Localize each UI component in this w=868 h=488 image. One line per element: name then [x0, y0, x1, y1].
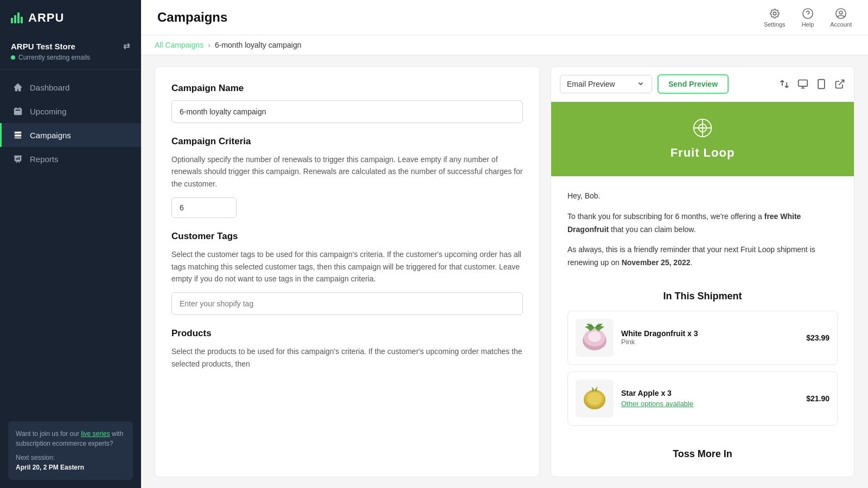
email-greeting: Hey, Bob. — [567, 190, 838, 203]
sidebar-item-upcoming-label: Upcoming — [30, 107, 67, 116]
sidebar: ARPU ARPU Test Store ⇄ Currently sending… — [0, 0, 141, 488]
session-info: Next session: April 20, 2 PM Eastern — [16, 453, 125, 472]
logo-icon — [11, 12, 23, 23]
products-label: Products — [171, 328, 523, 339]
campaign-criteria-input[interactable] — [171, 197, 237, 218]
logo-bar-2 — [14, 15, 16, 23]
campaigns-icon — [12, 130, 23, 140]
breadcrumb-separator: › — [208, 41, 210, 49]
calendar-icon — [12, 106, 23, 117]
topbar-actions: Settings Help Account — [764, 8, 852, 28]
left-panel: Campaign Name Campaign Criteria Optional… — [155, 66, 540, 477]
preview-toolbar-icons — [779, 79, 845, 89]
right-panel: Email Preview Send Preview — [551, 66, 854, 477]
logo-bar-3 — [17, 12, 20, 23]
product-card-2: Star Apple x 3 Other options available $… — [567, 371, 838, 426]
campaign-name-label: Campaign Name — [171, 83, 523, 94]
breadcrumb-current: 6-month loyalty campaign — [215, 41, 302, 49]
preview-toolbar: Email Preview Send Preview — [551, 67, 854, 102]
logo-area: ARPU — [0, 0, 141, 36]
store-status: Currently sending emails — [11, 54, 130, 61]
topbar: Campaigns Settings Help — [141, 0, 868, 35]
swap-icon[interactable] — [779, 79, 790, 89]
svg-rect-3 — [799, 80, 808, 87]
product-variant-1: Pink — [621, 338, 799, 346]
email-preview-content: Fruit Loop Hey, Bob. To thank you for su… — [551, 102, 854, 477]
shipment-section: In This Shipment — [551, 291, 854, 443]
customer-tags-label: Customer Tags — [171, 231, 523, 242]
customer-tags-desc: Select the customer tags to be used for … — [171, 248, 523, 285]
account-label: Account — [830, 21, 852, 28]
account-action[interactable]: Account — [830, 8, 852, 28]
home-icon — [12, 82, 23, 93]
mobile-icon[interactable] — [816, 79, 827, 89]
preview-select-dropdown[interactable]: Email Preview — [560, 75, 652, 93]
email-header: Fruit Loop — [551, 102, 854, 176]
product-info-1: White Dragonfruit x 3 Pink — [621, 329, 799, 346]
store-name: ARPU Test Store ⇄ — [11, 41, 130, 51]
product-price-2: $21.90 — [806, 394, 829, 403]
sidebar-promo: Want to join us for our live series with… — [8, 421, 133, 480]
campaign-name-input[interactable] — [171, 100, 523, 123]
sidebar-item-reports-label: Reports — [30, 155, 59, 164]
svg-point-15 — [588, 331, 601, 342]
product-image-1 — [576, 319, 614, 357]
external-link-icon[interactable] — [834, 79, 845, 89]
email-logo-icon — [693, 118, 712, 142]
sidebar-item-campaigns-label: Campaigns — [30, 131, 71, 140]
product-info-2: Star Apple x 3 Other options available — [621, 389, 799, 408]
shipment-title: In This Shipment — [567, 291, 838, 302]
svg-point-0 — [803, 8, 813, 18]
desktop-icon[interactable] — [797, 79, 808, 89]
send-preview-button[interactable]: Send Preview — [658, 74, 729, 94]
help-label: Help — [802, 21, 814, 28]
breadcrumb: All Campaigns › 6-month loyalty campaign — [141, 35, 868, 55]
sidebar-item-reports[interactable]: Reports — [0, 147, 141, 171]
content-area: Campaign Name Campaign Criteria Optional… — [141, 55, 868, 488]
customer-tags-input[interactable] — [171, 292, 523, 315]
product-image-2 — [576, 380, 614, 418]
email-paragraph2: As always, this is a friendly reminder t… — [567, 243, 838, 269]
main-content: Campaigns Settings Help — [141, 0, 868, 488]
sidebar-item-upcoming[interactable]: Upcoming — [0, 99, 141, 123]
breadcrumb-all-campaigns[interactable]: All Campaigns — [155, 41, 203, 49]
product-card-1: White Dragonfruit x 3 Pink $23.99 — [567, 311, 838, 365]
logo-bar-1 — [11, 18, 13, 23]
session-date: April 20, 2 PM Eastern — [16, 464, 84, 471]
reports-icon — [12, 153, 23, 164]
product-name-2: Star Apple x 3 — [621, 389, 799, 397]
toss-more-title: Toss More In — [551, 443, 854, 463]
email-logo-text: Fruit Loop — [671, 146, 735, 160]
status-dot — [11, 55, 15, 60]
other-options-link[interactable]: Other options available — [621, 400, 799, 408]
sidebar-item-dashboard-label: Dashboard — [30, 83, 69, 92]
exchange-icon[interactable]: ⇄ — [123, 41, 130, 51]
email-body: Hey, Bob. To thank you for subscribing f… — [551, 176, 854, 291]
logo-bar-4 — [21, 17, 23, 23]
product-price-1: $23.99 — [806, 333, 829, 342]
settings-label: Settings — [764, 21, 786, 28]
product-name-1: White Dragonfruit x 3 — [621, 329, 799, 338]
store-section: ARPU Test Store ⇄ Currently sending emai… — [0, 36, 141, 70]
svg-point-2 — [836, 8, 846, 18]
sidebar-item-dashboard[interactable]: Dashboard — [0, 75, 141, 99]
page-title: Campaigns — [157, 10, 227, 25]
sidebar-item-campaigns[interactable]: Campaigns — [0, 123, 141, 147]
campaign-criteria-label: Campaign Criteria — [171, 136, 523, 147]
svg-line-8 — [839, 80, 844, 85]
svg-point-18 — [587, 392, 602, 405]
preview-select-label: Email Preview — [567, 80, 615, 88]
help-action[interactable]: Help — [802, 8, 814, 28]
sidebar-nav: Dashboard Upcoming Campaigns — [0, 70, 141, 413]
settings-action[interactable]: Settings — [764, 8, 786, 28]
logo-text: ARPU — [28, 11, 64, 25]
products-desc: Select the products to be used for this … — [171, 345, 523, 370]
campaign-criteria-desc: Optionally specify the number of renewal… — [171, 153, 523, 190]
email-paragraph1: To thank you for subscribing for 6 month… — [567, 210, 838, 236]
promo-link[interactable]: live series — [81, 430, 110, 438]
